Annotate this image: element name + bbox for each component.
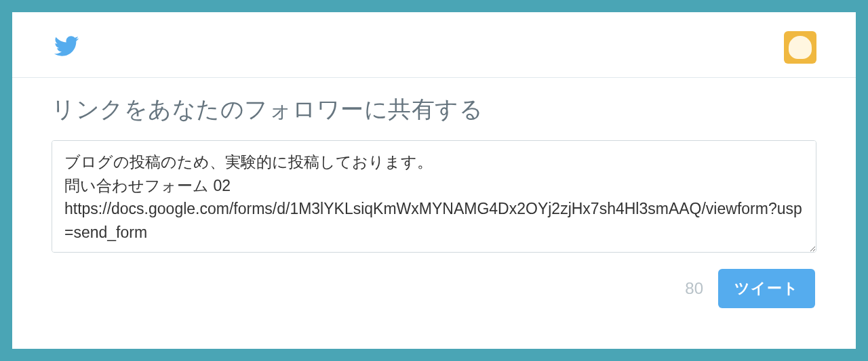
dialog-header <box>12 12 856 78</box>
avatar-image <box>789 36 812 59</box>
twitter-logo[interactable] <box>52 34 81 61</box>
tweet-button[interactable]: ツイート <box>718 269 815 308</box>
twitter-bird-icon <box>52 49 81 60</box>
char-count: 80 <box>685 279 703 298</box>
user-avatar[interactable] <box>784 31 816 64</box>
action-row: 80 ツイート <box>52 269 816 308</box>
tweet-textarea[interactable] <box>52 140 816 253</box>
share-title: リンクをあなたのフォロワーに共有する <box>52 94 816 125</box>
share-dialog: リンクをあなたのフォロワーに共有する 80 ツイート <box>12 12 856 349</box>
dialog-content: リンクをあなたのフォロワーに共有する 80 ツイート <box>12 78 856 308</box>
